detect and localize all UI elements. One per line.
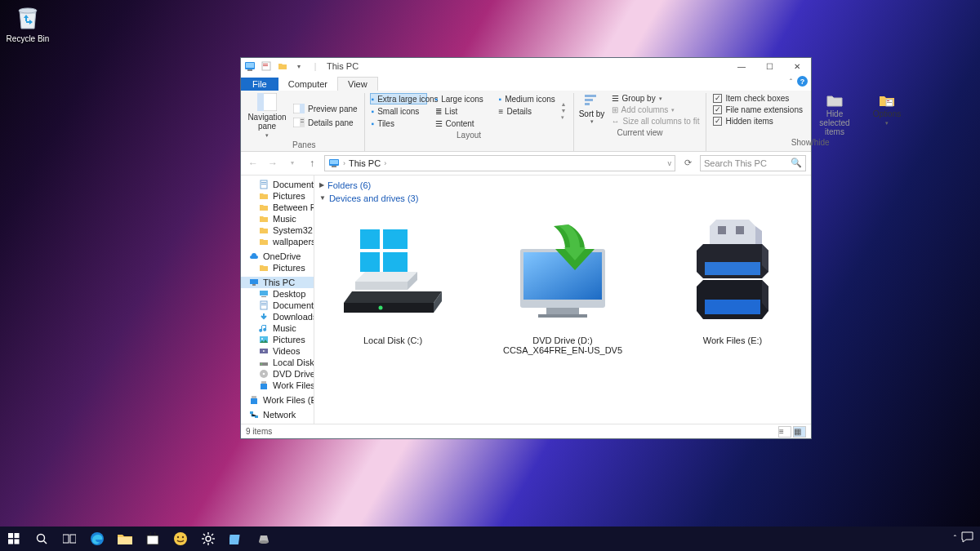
search-button[interactable] bbox=[28, 527, 56, 551]
nav-item-this-pc[interactable]: This PC bbox=[241, 277, 314, 288]
nav-item-work-files-e-[interactable]: Work Files (E:) bbox=[241, 394, 314, 406]
action-center-icon[interactable] bbox=[961, 531, 973, 546]
navigation-pane-button[interactable]: Navigation pane ▾ bbox=[249, 93, 285, 139]
sort-by-button[interactable]: Sort by ▾ bbox=[579, 93, 605, 125]
breadcrumb[interactable]: › This PC › v bbox=[324, 155, 675, 171]
preview-pane-button[interactable]: Preview pane bbox=[292, 103, 359, 114]
svg-rect-13 bbox=[301, 119, 304, 120]
pc-icon bbox=[249, 278, 259, 287]
size-columns-button[interactable]: ↔Size all columns to fit bbox=[610, 116, 702, 127]
nav-item-downloads[interactable]: Downloads bbox=[241, 311, 314, 322]
medium-icons-button[interactable]: ▪Medium icons bbox=[497, 93, 555, 104]
settings-taskbar-icon[interactable] bbox=[194, 527, 222, 551]
start-button[interactable] bbox=[0, 527, 28, 551]
help-icon[interactable]: ? bbox=[797, 76, 808, 87]
layout-scroll-up-icon[interactable]: ▲ bbox=[561, 101, 567, 107]
large-icons-button[interactable]: ▪Large icons bbox=[434, 93, 491, 104]
nav-item-dvd-drive-d-c[interactable]: DVD Drive (D:) C bbox=[241, 368, 314, 380]
hide-selected-button[interactable]: Hide selected items bbox=[813, 93, 857, 136]
file-tab[interactable]: File bbox=[241, 78, 278, 91]
folder-icon bbox=[259, 191, 269, 201]
add-columns-button[interactable]: ⊞Add columns▾ bbox=[610, 104, 702, 115]
store-button[interactable] bbox=[139, 527, 167, 551]
item-check-boxes-toggle[interactable]: Item check boxes bbox=[711, 93, 804, 104]
computer-tab[interactable]: Computer bbox=[278, 78, 337, 91]
drive-label: DVD Drive (D:) CCSA_X64FRE_EN-US_DV5 bbox=[494, 335, 631, 355]
nav-item-between-pcs[interactable]: Between PCs bbox=[241, 202, 314, 213]
nav-item-work-files-e-[interactable]: Work Files (E:) bbox=[241, 380, 314, 391]
back-button[interactable]: ← bbox=[246, 156, 261, 171]
nav-item-label: DVD Drive (D:) C bbox=[273, 369, 314, 379]
details-pane-button[interactable]: Details pane bbox=[292, 117, 359, 128]
details-button[interactable]: ≡Details bbox=[497, 105, 555, 117]
svg-rect-5 bbox=[263, 64, 268, 64]
hidden-items-toggle[interactable]: Hidden items bbox=[711, 116, 804, 127]
qat-properties-icon[interactable] bbox=[260, 60, 273, 73]
emoji-taskbar-icon[interactable] bbox=[167, 527, 194, 551]
collapse-ribbon-icon[interactable]: ˆ bbox=[790, 78, 792, 86]
nav-item-local-disk-c-[interactable]: Local Disk (C:) bbox=[241, 357, 314, 368]
minimize-button[interactable]: — bbox=[728, 58, 755, 74]
svg-rect-43 bbox=[252, 396, 256, 398]
small-icons-button[interactable]: ▪Small icons bbox=[370, 105, 427, 117]
drive-dvd-d[interactable]: DVD Drive (D:) CCSA_X64FRE_EN-US_DV5 bbox=[494, 216, 631, 355]
refresh-button[interactable]: ⟳ bbox=[680, 156, 695, 171]
tiles-button[interactable]: ▪Tiles bbox=[370, 118, 427, 129]
file-explorer-button[interactable] bbox=[111, 527, 139, 551]
qat-new-folder-icon[interactable] bbox=[276, 60, 289, 73]
svg-rect-60 bbox=[705, 300, 760, 314]
breadcrumb-dropdown-icon[interactable]: v bbox=[668, 159, 672, 167]
details-view-button[interactable]: ≡ bbox=[778, 426, 791, 438]
nav-item-desktop[interactable]: Desktop bbox=[241, 288, 314, 300]
thumbnails-view-button[interactable]: ▦ bbox=[793, 426, 806, 438]
svg-rect-59 bbox=[705, 262, 760, 275]
svg-rect-62 bbox=[15, 533, 20, 538]
tray-overflow-icon[interactable]: ˆ bbox=[954, 535, 956, 544]
nav-item-pictures[interactable]: Pictures bbox=[241, 334, 314, 345]
recent-locations-button[interactable]: ▾ bbox=[285, 156, 300, 171]
taskbar-app-1[interactable] bbox=[222, 527, 250, 551]
nav-item-network[interactable]: Network bbox=[241, 409, 314, 420]
file-extensions-toggle[interactable]: File name extensions bbox=[711, 104, 804, 115]
nav-item-music[interactable]: Music bbox=[241, 322, 314, 334]
extra-large-icons-button[interactable]: ▪Extra large icons bbox=[370, 93, 427, 104]
svg-point-71 bbox=[174, 532, 187, 545]
content-button[interactable]: ☰Content bbox=[434, 118, 491, 129]
nav-item-label: This PC bbox=[263, 278, 295, 287]
drive-work-files-e[interactable]: Work Files (E:) bbox=[664, 216, 801, 355]
nav-item-documents[interactable]: Documents bbox=[241, 300, 314, 311]
nav-item-videos[interactable]: Videos bbox=[241, 345, 314, 357]
layout-scroll-down-icon[interactable]: ▼ bbox=[561, 108, 567, 113]
task-view-button[interactable] bbox=[56, 527, 83, 551]
svg-rect-68 bbox=[70, 535, 76, 543]
nav-item-onedrive[interactable]: OneDrive bbox=[241, 251, 314, 262]
svg-point-72 bbox=[177, 536, 179, 538]
up-button[interactable]: ↑ bbox=[305, 156, 319, 171]
view-tab[interactable]: View bbox=[337, 77, 378, 91]
breadcrumb-location[interactable]: This PC bbox=[349, 158, 381, 168]
nav-item-pictures[interactable]: Pictures bbox=[241, 190, 314, 202]
nav-item-pictures[interactable]: Pictures bbox=[241, 262, 314, 273]
nav-item-system32[interactable]: System32 bbox=[241, 224, 314, 236]
qat-dropdown-icon[interactable]: ▾ bbox=[292, 60, 305, 73]
nav-item-music[interactable]: Music bbox=[241, 213, 314, 224]
forward-button[interactable]: → bbox=[265, 156, 280, 171]
edge-button[interactable] bbox=[83, 527, 111, 551]
options-button[interactable]: Options ▾ bbox=[865, 93, 909, 127]
group-by-button[interactable]: ☰Group by▾ bbox=[610, 93, 702, 104]
desktop-icon-recycle-bin[interactable]: Recycle Bin bbox=[3, 3, 52, 43]
close-button[interactable]: ✕ bbox=[783, 58, 811, 74]
taskbar-app-2[interactable] bbox=[250, 527, 278, 551]
list-button[interactable]: ≣List bbox=[434, 105, 491, 117]
layout-expand-icon[interactable]: ▾ bbox=[561, 114, 567, 121]
svg-point-38 bbox=[261, 363, 261, 364]
drives-group-header[interactable]: ▼Devices and drives (3) bbox=[319, 192, 806, 205]
search-box[interactable]: Search This PC 🔍 bbox=[700, 155, 806, 171]
titlebar: ▾ | This PC — ☐ ✕ bbox=[241, 58, 811, 74]
nav-item-documents[interactable]: Documents bbox=[241, 179, 314, 190]
maximize-button[interactable]: ☐ bbox=[755, 58, 783, 74]
svg-rect-16 bbox=[585, 99, 593, 101]
drive-local-disk-c[interactable]: Local Disk (C:) bbox=[324, 216, 461, 355]
folders-group-header[interactable]: ▶Folders (6) bbox=[319, 179, 806, 192]
nav-item-wallpapers[interactable]: wallpapers bbox=[241, 236, 314, 247]
